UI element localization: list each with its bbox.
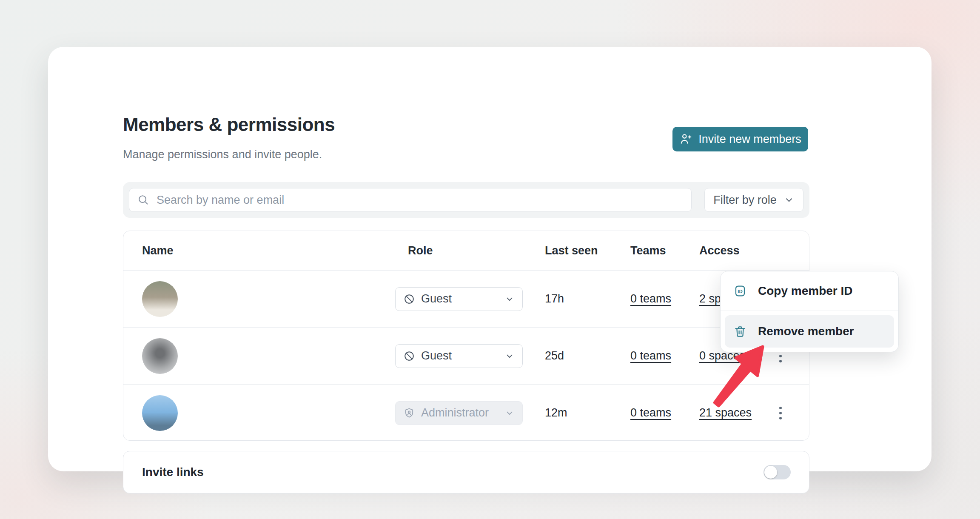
id-badge-icon: ID (733, 284, 747, 298)
teams-link[interactable]: 0 teams (630, 292, 671, 305)
invite-new-members-button[interactable]: Invite new members (672, 127, 808, 151)
role-dropdown[interactable]: Guest (395, 287, 523, 311)
invite-links-section: Invite links (123, 451, 809, 493)
table-row: Guest 25d 0 teams 0 spaces (123, 327, 809, 384)
spaces-link[interactable]: 21 spaces (699, 406, 752, 419)
members-permissions-card: Members & permissions Manage permissions… (48, 47, 932, 471)
page-subtitle: Manage permissions and invite people. (123, 148, 322, 161)
chevron-down-icon (504, 351, 515, 361)
page-background: Members & permissions Manage permissions… (0, 0, 980, 519)
search-box[interactable] (129, 188, 692, 212)
menu-item-label: Remove member (758, 325, 854, 338)
menu-item-copy-member-id[interactable]: ID Copy member ID (721, 271, 898, 311)
table-header-row: Name Role Last seen Teams Access (123, 231, 809, 270)
column-header-last-seen: Last seen (545, 244, 630, 257)
column-header-name: Name (123, 244, 395, 257)
role-value: Guest (421, 349, 499, 362)
shield-user-icon (403, 407, 415, 419)
table-row: Guest 17h 0 teams 2 spaces (123, 270, 809, 327)
role-value: Administrator (421, 406, 499, 419)
invite-links-label: Invite links (142, 465, 763, 479)
last-seen-value: 12m (545, 406, 630, 419)
role-value: Guest (421, 292, 499, 305)
last-seen-value: 17h (545, 292, 630, 305)
filter-label: Filter by role (713, 194, 777, 207)
toggle-knob (764, 466, 777, 479)
role-dropdown-disabled: Administrator (395, 401, 523, 425)
menu-item-remove-member[interactable]: Remove member (725, 315, 894, 348)
search-filter-bar: Filter by role (123, 182, 809, 218)
members-table: Name Role Last seen Teams Access (123, 231, 809, 441)
filter-by-role-dropdown[interactable]: Filter by role (704, 188, 803, 212)
role-dropdown[interactable]: Guest (395, 344, 523, 368)
trash-icon (733, 325, 747, 338)
invite-links-toggle[interactable] (763, 465, 791, 479)
chevron-down-icon (504, 408, 515, 418)
chevron-down-icon (504, 294, 515, 304)
column-header-access: Access (699, 244, 767, 257)
kebab-menu-icon[interactable] (777, 404, 784, 422)
ban-icon (403, 293, 415, 305)
search-input[interactable] (156, 188, 691, 212)
avatar (142, 281, 178, 317)
ban-icon (403, 350, 415, 362)
avatar (142, 395, 178, 431)
column-header-teams: Teams (630, 244, 699, 257)
last-seen-value: 25d (545, 349, 630, 362)
teams-link[interactable]: 0 teams (630, 406, 671, 419)
row-context-menu: ID Copy member ID Remove member (720, 271, 899, 352)
invite-button-label: Invite new members (698, 133, 801, 146)
menu-item-label: Copy member ID (758, 284, 853, 298)
user-plus-icon (679, 132, 693, 146)
column-header-role: Role (395, 244, 545, 257)
chevron-down-icon (783, 194, 795, 205)
search-icon (137, 194, 150, 206)
page-title: Members & permissions (123, 114, 335, 135)
table-row: Administrator 12m 0 teams 21 spaces (123, 384, 809, 441)
svg-text:ID: ID (738, 289, 742, 294)
teams-link[interactable]: 0 teams (630, 349, 671, 362)
avatar (142, 338, 178, 374)
